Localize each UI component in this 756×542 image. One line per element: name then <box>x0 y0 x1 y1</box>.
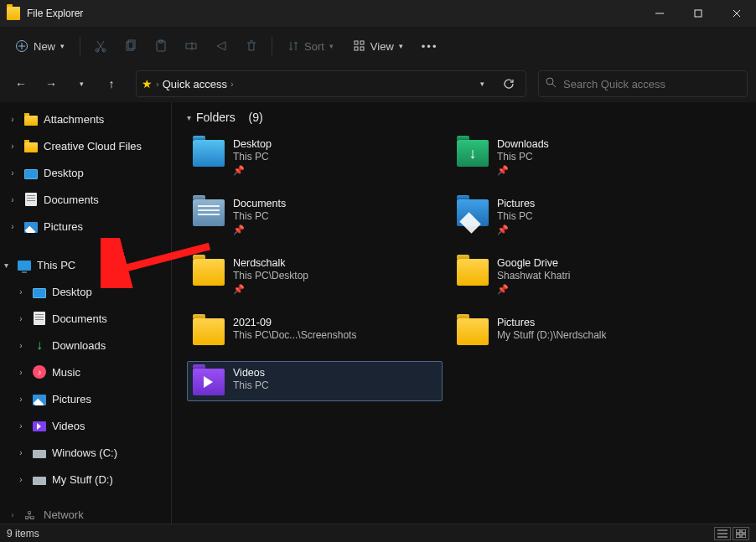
details-view-button[interactable] <box>714 527 731 540</box>
folder-icon <box>457 259 489 286</box>
expand-icon[interactable]: › <box>7 168 18 178</box>
folder-path: This PC <box>233 379 269 391</box>
folder-icon <box>457 318 489 345</box>
folder-card[interactable]: PicturesMy Stuff (D:)\Nerdschalk <box>451 311 707 351</box>
svg-rect-8 <box>186 44 196 49</box>
folder-icon <box>193 140 225 167</box>
tree-item[interactable]: ›↓Downloads <box>0 332 171 359</box>
share-button[interactable] <box>208 34 235 58</box>
folder-path: This PC <box>233 151 272 163</box>
folder-card[interactable]: NerdschalkThis PC\Desktop📌 <box>187 251 443 301</box>
view-button[interactable]: View ▾ <box>345 35 412 58</box>
tree-item[interactable]: ›Documents <box>0 186 171 213</box>
expand-icon[interactable]: › <box>15 287 27 297</box>
expand-icon[interactable]: › <box>7 195 18 204</box>
folder-card[interactable]: DownloadsThis PC📌 <box>451 132 707 182</box>
folder-card[interactable]: VideosThis PC <box>187 361 443 401</box>
desk-ic-icon <box>32 284 47 299</box>
search-box[interactable] <box>538 70 748 97</box>
tree-item[interactable]: ›Documents <box>0 305 171 332</box>
expand-icon[interactable]: › <box>15 421 27 431</box>
address-bar[interactable]: ★ › Quick access › ▾ <box>136 70 526 97</box>
breadcrumb[interactable]: Quick access <box>163 78 227 90</box>
delete-button[interactable] <box>238 34 265 58</box>
net-ic-icon: 🖧 <box>23 507 39 522</box>
folder-card[interactable]: PicturesThis PC📌 <box>451 192 707 241</box>
tree-item[interactable]: ›Attachments <box>0 106 171 132</box>
doc-ic-icon <box>32 311 47 326</box>
chevron-down-icon: ▾ <box>480 80 484 88</box>
new-button[interactable]: New ▾ <box>7 34 73 58</box>
search-input[interactable] <box>563 78 740 90</box>
section-header[interactable]: ▾ Folders (9) <box>187 111 741 124</box>
close-button[interactable] <box>717 0 756 27</box>
pin-icon: 📌 <box>497 165 549 176</box>
tree-item[interactable]: ›🖧Network <box>0 501 171 524</box>
more-button[interactable]: ••• <box>415 35 445 58</box>
pin-icon: 📌 <box>497 284 570 295</box>
up-button[interactable]: ↑ <box>99 71 124 96</box>
svg-rect-12 <box>360 47 364 50</box>
pc-ic-icon <box>17 257 32 272</box>
expand-icon[interactable]: › <box>15 448 27 457</box>
expand-icon[interactable]: › <box>7 222 18 231</box>
folder-name: Google Drive <box>497 257 570 269</box>
music-ic-icon: ♪ <box>32 364 47 379</box>
forward-button[interactable]: → <box>39 71 64 96</box>
expand-icon[interactable]: › <box>15 368 27 377</box>
folder-card[interactable]: Google DriveShashwat Khatri📌 <box>451 251 707 301</box>
view-label: View <box>370 40 394 53</box>
tree-item[interactable]: ›Windows (C:) <box>0 439 171 466</box>
icons-view-button[interactable] <box>733 527 749 540</box>
tree-item-label: Attachments <box>44 113 104 126</box>
tree-item[interactable]: ›Creative Cloud Files <box>0 132 171 159</box>
expand-icon[interactable]: › <box>15 475 27 484</box>
expand-icon[interactable]: › <box>7 510 18 519</box>
svg-point-2 <box>96 49 99 52</box>
folder-path: Shashwat Khatri <box>497 270 570 281</box>
tree-item[interactable]: ›Pictures <box>0 213 171 240</box>
divider <box>80 37 80 55</box>
folder-card[interactable]: 2021-09This PC\Doc...\Screenshots <box>187 311 443 351</box>
folder-card[interactable]: DocumentsThis PC📌 <box>187 192 443 241</box>
pic-ic-icon <box>23 219 39 234</box>
back-button[interactable]: ← <box>8 71 34 96</box>
tree-item[interactable]: ›Desktop <box>0 159 171 186</box>
tree-item-label: Creative Cloud Files <box>44 140 142 152</box>
fold-yellow-icon <box>23 138 39 153</box>
section-label: Folders <box>196 111 236 124</box>
expand-icon[interactable]: › <box>7 115 18 124</box>
recent-button[interactable]: ▾ <box>69 71 94 96</box>
address-dropdown[interactable]: ▾ <box>470 72 494 95</box>
folder-name: Videos <box>233 367 269 379</box>
maximize-button[interactable] <box>679 0 717 27</box>
tree-item[interactable]: ›Videos <box>0 412 171 439</box>
tree-item-label: Documents <box>44 194 99 206</box>
chevron-down-icon: ▾ <box>60 42 65 50</box>
vid-ic-icon <box>32 418 47 433</box>
section-count: (9) <box>249 111 263 124</box>
folder-name: Pictures <box>497 317 606 328</box>
tree-item-this-pc[interactable]: ▾This PC <box>0 251 171 278</box>
search-icon <box>546 77 557 90</box>
expand-icon[interactable]: › <box>7 142 18 151</box>
expand-icon[interactable]: › <box>15 314 27 323</box>
tree-item[interactable]: ›Desktop <box>0 278 171 305</box>
expand-icon[interactable]: › <box>15 341 27 350</box>
navigation-tree: ›Attachments›Creative Cloud Files›Deskto… <box>0 102 172 524</box>
cut-button[interactable] <box>87 34 114 58</box>
expand-icon[interactable]: ▾ <box>0 261 12 270</box>
tree-item[interactable]: ›Pictures <box>0 385 171 412</box>
paste-button[interactable] <box>148 34 174 58</box>
copy-button[interactable] <box>117 34 144 58</box>
folder-card[interactable]: DesktopThis PC📌 <box>187 132 443 182</box>
expand-icon[interactable]: › <box>15 395 27 404</box>
rename-button[interactable] <box>178 34 205 58</box>
tree-item[interactable]: ›♪Music <box>0 359 171 385</box>
chevron-down-icon: ▾ <box>329 42 334 50</box>
refresh-button[interactable] <box>497 72 520 95</box>
tree-item[interactable]: ›My Stuff (D:) <box>0 466 171 493</box>
minimize-button[interactable] <box>640 0 679 27</box>
drive-ic-icon <box>32 445 47 460</box>
sort-button[interactable]: Sort ▾ <box>279 35 342 58</box>
